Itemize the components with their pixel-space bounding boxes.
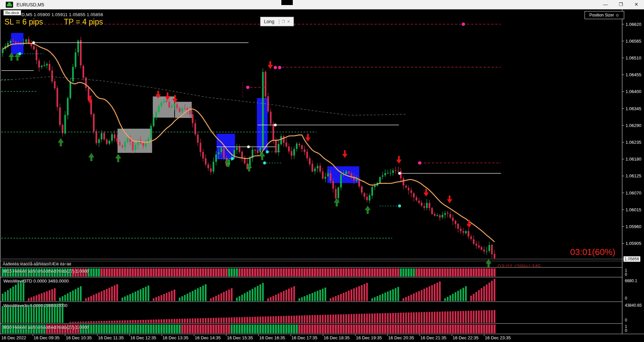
window-title: EURUSD,M5: [16, 2, 44, 7]
pane-label-weiswave3c: WeisWave3c 0.0000 29863.0000: [3, 303, 67, 308]
tp-label: TP = 4 pips: [64, 17, 103, 27]
indicator-scale-label: 0: [625, 296, 627, 301]
pane-label-m30-histo: M30 Heiken ashi smoothed histo(27) 1.000…: [3, 325, 89, 330]
moving-averages: [0, 43, 495, 242]
time-tick-label: 16 Dec 23:35: [485, 335, 511, 340]
price-tick-label: 1.06235: [626, 140, 641, 145]
time-tick-label: 16 Dec 22:35: [453, 335, 478, 340]
indicator-scale-label: 0: [625, 328, 627, 333]
restore-icon[interactable]: ❐: [282, 19, 285, 24]
price-tick-label: 1.05905: [626, 241, 641, 246]
price-tick-label: 1.06565: [626, 39, 641, 44]
price-tick-label: 1.06510: [626, 55, 641, 60]
current-price-tag: 1.05856: [624, 256, 640, 262]
long-signal-dialog[interactable]: Long | ❐ ✕: [260, 17, 294, 26]
time-tick-label: 16 Dec 2022: [1, 335, 26, 340]
price-tick-label: 1.06125: [626, 173, 641, 178]
long-dialog-title: Long: [264, 19, 274, 24]
close-icon[interactable]: ✕: [287, 19, 290, 24]
redock-tooltip: Re-dock: [3, 10, 21, 15]
position-sizer-label: Position Sizer: [589, 13, 614, 17]
sl-tp-label: SL = 6 pips TP = 4 pips: [4, 17, 103, 27]
price-tick-label: 1.06620: [626, 22, 641, 27]
price-tick-label: 1.06015: [626, 207, 641, 212]
watermark-text: Äàðèëêà:ïëàòíîå-áåñïëàòíî!Æìè êà÷àé: [3, 262, 71, 266]
price-tick-label: 1.06290: [626, 123, 641, 128]
time-tick-label: 16 Dec 12:35: [130, 335, 156, 340]
time-tick-label: 16 Dec 15:35: [227, 335, 253, 340]
time-tick-label: 16 Dec 14:35: [195, 335, 221, 340]
app-icon: ▟▙: [6, 2, 13, 8]
ohlc-readout: D,M5 1.05900 1.05911 1.05855 1.05856: [21, 12, 103, 17]
price-axis: 1.066201.065651.065101.064551.064001.063…: [622, 22, 642, 333]
price-tick-label: 1.06345: [626, 106, 641, 111]
position-sizer-panel[interactable]: Position Sizer ☺: [585, 11, 624, 19]
close-button[interactable]: ✕: [629, 0, 644, 9]
price-tick-label: 1.05960: [626, 224, 641, 229]
title-bar: ▟▙ EURUSD,M5 — ❐ ✕: [0, 0, 644, 9]
minimize-button[interactable]: —: [598, 0, 613, 9]
pane-label-m15-histo: M15 Heiken ashi smoothed histo(27) 1.000…: [3, 269, 89, 274]
terminal-window: ▟▙ EURUSD,M5 — ❐ ✕ 1.066201.065651.06510…: [0, 0, 644, 342]
maximize-button[interactable]: ❐: [613, 0, 629, 9]
time-tick-label: 16 Dec 11:35: [98, 335, 124, 340]
time-tick-label: 16 Dec 09:35: [34, 335, 59, 340]
candle-countdown-main: 03:01(60%): [570, 247, 615, 257]
titlebar-notch: [281, 0, 293, 5]
time-tick-label: 16 Dec 18:35: [324, 335, 350, 340]
time-axis: 16 Dec 202216 Dec 09:3516 Dec 10:3516 De…: [1, 334, 511, 340]
time-tick-label: 16 Dec 17:35: [291, 335, 317, 340]
chart-canvas[interactable]: 1.066201.065651.065101.064551.064001.063…: [0, 0, 644, 342]
time-tick-label: 16 Dec 19:35: [356, 335, 382, 340]
time-tick-label: 16 Dec 10:35: [66, 335, 92, 340]
indicator-scale-label: 0: [625, 318, 627, 323]
sl-label: SL = 6 pips: [4, 17, 43, 27]
price-tick-label: 1.06070: [626, 190, 641, 196]
indicator-scale-label: 0: [625, 272, 627, 277]
price-tick-label: 1.06400: [626, 89, 641, 94]
candle-countdown-sub: 03:01 (39%) M5: [498, 263, 541, 267]
time-tick-label: 16 Dec 13:35: [163, 335, 188, 340]
time-tick-label: 16 Dec 21:35: [420, 335, 446, 340]
price-tick-label: 1.06180: [626, 157, 641, 162]
time-tick-label: 16 Dec 20:35: [388, 335, 414, 340]
smiley-icon: ☺: [615, 13, 619, 17]
pane-label-weiswave3td: WeisWave3TD 0.0000 3493.0000: [3, 279, 68, 284]
time-tick-label: 16 Dec 16:35: [259, 335, 285, 340]
indicator-scale-label: 6680.1: [625, 279, 637, 283]
indicator-scale-label: 43840.65: [625, 303, 642, 308]
price-tick-label: 1.06455: [626, 72, 641, 77]
